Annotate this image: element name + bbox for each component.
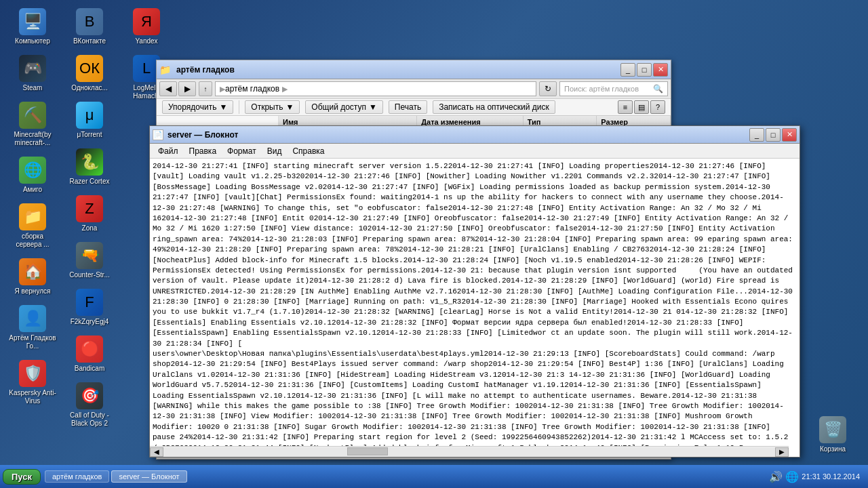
tray-clock: 21:31 30.12.2014 xyxy=(802,472,860,481)
menu-file[interactable]: Файл xyxy=(153,145,184,157)
notepad-icon: 📄 xyxy=(153,129,163,140)
desktop-icon-kaspersky[interactable]: 🛡️ Kaspersky Anti-Virus xyxy=(5,357,60,408)
open-label: Открыть xyxy=(251,102,283,112)
taskbar: Пуск артём гладковserver — Блокнот 🔊 🌐 2… xyxy=(0,465,868,488)
icon-label-razer: Razer Cortex xyxy=(70,178,110,186)
start-button[interactable]: Пуск xyxy=(3,469,41,485)
print-label: Печать xyxy=(395,102,421,112)
tray-icon-2: 🌐 xyxy=(785,470,799,483)
desktop-icon-computer[interactable]: 🖥️ Компьютер xyxy=(5,5,60,48)
notepad-close-button[interactable]: ✕ xyxy=(782,128,797,142)
address-path[interactable]: ▶ артём гладков ▶ xyxy=(215,81,536,96)
share-arrow: ▼ xyxy=(369,102,377,112)
icon-label-ok: Одноклас... xyxy=(71,84,108,92)
close-button[interactable]: ✕ xyxy=(653,63,668,77)
scroll-thumb[interactable] xyxy=(347,447,388,455)
menu-view[interactable]: Вид xyxy=(262,145,288,157)
share-button[interactable]: Общий доступ ▼ xyxy=(305,100,383,114)
back-button[interactable]: ◀ xyxy=(159,81,177,96)
icon-img-ok: ОК xyxy=(76,55,103,82)
help-button[interactable]: ? xyxy=(650,100,665,114)
menu-edit[interactable]: Правка xyxy=(184,145,222,157)
desktop-icon-cod[interactable]: 🎯 Call of Duty - Black Ops 2 xyxy=(62,380,117,430)
address-bar: ◀ ▶ ↑ ▶ артём гладков ▶ ↻ Поиск: артём г… xyxy=(157,79,671,99)
scroll-track[interactable] xyxy=(163,447,775,457)
share-label: Общий доступ xyxy=(311,102,366,112)
desktop-icon-f2z[interactable]: F F2kZqryEgj4 xyxy=(62,286,117,329)
desktop-icon-ok[interactable]: ОК Одноклас... xyxy=(62,52,117,95)
icon-img-bandicam: 🔴 xyxy=(76,336,103,363)
icon-label-cod: Call of Duty - Black Ops 2 xyxy=(65,411,114,428)
minimize-button[interactable]: _ xyxy=(620,63,635,77)
icon-label-steam: Steam xyxy=(23,84,43,92)
desktop-icon-sborka[interactable]: 📁 сборка сервера ... xyxy=(5,201,60,251)
desktop-icon-zona[interactable]: Z Zona xyxy=(62,192,117,235)
desktop-icon-artem[interactable]: 👤 Артём Гладков Го... xyxy=(5,302,60,353)
horizontal-scrollbar[interactable]: ◀ ▶ xyxy=(150,446,789,457)
file-explorer-titlebar: 📁 артём гладков _ □ ✕ xyxy=(157,60,671,79)
icon-img-yandex: Я xyxy=(133,8,160,35)
icon-img-vernulsya: 🏠 xyxy=(19,258,46,285)
organize-button[interactable]: Упорядочить ▼ xyxy=(162,100,233,114)
icon-img-razer: 🐍 xyxy=(76,148,103,176)
icon-img-cs: 🔫 xyxy=(76,242,103,269)
open-button[interactable]: Открыть ▼ xyxy=(245,100,300,114)
notepad-titlebar: 📄 server — Блокнот _ □ ✕ xyxy=(150,126,800,144)
view-options-button[interactable]: ≡ xyxy=(618,100,633,114)
desktop-icon-vk[interactable]: В ВКонтакте xyxy=(62,5,117,48)
icon-label-vernulsya: Я вернулся xyxy=(15,287,51,296)
notepad-window: 📄 server — Блокнот _ □ ✕ Файл Правка Фор… xyxy=(149,125,800,458)
refresh-button[interactable]: ↻ xyxy=(539,81,557,96)
menu-format[interactable]: Формат xyxy=(222,145,262,157)
up-button[interactable]: ↑ xyxy=(199,81,212,96)
icon-img-amigo: 🌐 xyxy=(19,157,46,184)
taskbar-item-notepad[interactable]: server — Блокнот xyxy=(111,470,186,483)
search-box[interactable]: Поиск: артём гладков 🔍 xyxy=(559,81,668,96)
trash-icon[interactable]: 🗑️ Корзина xyxy=(806,413,860,456)
icon-label-bandicam: Bandicam xyxy=(75,365,104,373)
icon-img-artem: 👤 xyxy=(19,305,46,332)
scroll-left-button[interactable]: ◀ xyxy=(150,447,163,457)
notepad-title: server — Блокнот xyxy=(167,130,749,140)
menu-help[interactable]: Справка xyxy=(287,145,330,157)
icon-label-f2z: F2kZqryEgj4 xyxy=(71,318,109,326)
desktop-icon-minecraft[interactable]: ⛏️ Minecraft(by minecraft-... xyxy=(5,99,60,150)
taskbar-item-file-explorer[interactable]: артём гладков xyxy=(45,470,109,483)
icon-img-zona: Z xyxy=(76,195,103,222)
maximize-button[interactable]: □ xyxy=(637,63,652,77)
view-buttons: ≡ ▤ ? xyxy=(618,100,665,114)
desktop-icon-steam[interactable]: 🎮 Steam xyxy=(5,52,60,95)
desktop-icon-amigo[interactable]: 🌐 Амиго xyxy=(5,154,60,197)
desktop-icon-utorrent[interactable]: μ μTorrent xyxy=(62,99,117,142)
file-explorer-controls: _ □ ✕ xyxy=(620,63,668,77)
print-button[interactable]: Печать xyxy=(389,100,427,114)
icon-label-minecraft: Minecraft(by minecraft-... xyxy=(8,131,57,147)
scroll-right-button[interactable]: ▶ xyxy=(775,447,789,457)
desktop-icon-vernulsya[interactable]: 🏠 Я вернулся xyxy=(5,256,60,298)
path-arrow: ▶ xyxy=(282,85,288,94)
icon-img-sborka: 📁 xyxy=(19,203,46,230)
burn-button[interactable]: Записать на оптический диск xyxy=(433,100,555,114)
icon-img-minecraft: ⛏️ xyxy=(19,102,46,129)
icon-label-yandex: Yandex xyxy=(135,37,157,45)
desktop-icon-bandicam[interactable]: 🔴 Bandicam xyxy=(62,333,117,375)
forward-button[interactable]: ▶ xyxy=(178,81,196,96)
notepad-content[interactable]: 2014-12-30 21:27:41 [INFO] starting mine… xyxy=(150,159,800,454)
notepad-minimize-button[interactable]: _ xyxy=(749,128,764,142)
path-separator: ▶ xyxy=(220,85,225,94)
icon-label-vk: ВКонтакте xyxy=(73,37,106,45)
trash-icon-img: 🗑️ xyxy=(819,416,846,443)
folder-icon: 📁 xyxy=(159,64,171,75)
icon-label-computer: Компьютер xyxy=(15,37,50,45)
icon-img-kaspersky: 🛡️ xyxy=(19,360,46,387)
notepad-maximize-button[interactable]: □ xyxy=(766,128,781,142)
icon-label-artem: Артём Гладков Го... xyxy=(8,334,57,350)
icon-label-sborka: сборка сервера ... xyxy=(8,232,57,249)
details-view-button[interactable]: ▤ xyxy=(634,100,649,114)
desktop-icon-yandex[interactable]: Я Yandex xyxy=(119,5,174,48)
notepad-menubar: Файл Правка Формат Вид Справка xyxy=(150,144,800,159)
desktop-icon-cs[interactable]: 🔫 Counter-Str... xyxy=(62,239,117,282)
notepad-controls: _ □ ✕ xyxy=(749,128,797,142)
desktop-icon-razer[interactable]: 🐍 Razer Cortex xyxy=(62,146,117,188)
icon-label-kaspersky: Kaspersky Anti-Virus xyxy=(8,389,57,405)
